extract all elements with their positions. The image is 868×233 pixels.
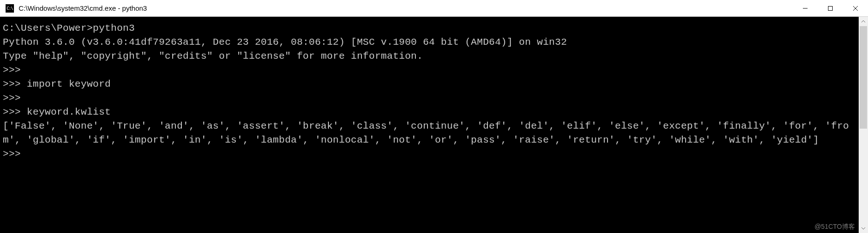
terminal-line: >>> [3, 149, 21, 159]
maximize-button[interactable] [818, 0, 843, 17]
scroll-down-button[interactable] [859, 224, 868, 233]
titlebar[interactable]: C:\ C:\Windows\system32\cmd.exe - python… [0, 0, 868, 17]
cmd-app-icon: C:\ [6, 4, 14, 13]
minimize-icon [802, 6, 808, 11]
terminal-line: >>> import keyword [3, 79, 111, 89]
scroll-up-button[interactable] [859, 17, 868, 26]
client-area: C:\Users\Power>python3 Python 3.6.0 (v3.… [0, 17, 868, 233]
vertical-scrollbar[interactable] [859, 17, 868, 233]
terminal-line: >>> [3, 93, 21, 103]
chevron-down-icon [861, 226, 866, 231]
scroll-thumb[interactable] [860, 26, 867, 129]
maximize-icon [828, 6, 833, 11]
svg-rect-1 [828, 6, 833, 10]
close-icon [853, 6, 858, 11]
terminal-line: >>> [3, 65, 21, 75]
window-title: C:\Windows\system32\cmd.exe - python3 [19, 4, 147, 12]
terminal-line: Python 3.6.0 (v3.6.0:41df79263a11, Dec 2… [3, 37, 567, 48]
terminal-line: Type "help", "copyright", "credits" or "… [3, 51, 423, 62]
terminal-line: C:\Users\Power>python3 [3, 23, 135, 34]
close-button[interactable] [843, 0, 868, 17]
terminal-line: >>> keyword.kwlist [3, 107, 111, 117]
chevron-up-icon [861, 19, 866, 24]
cmd-window: C:\ C:\Windows\system32\cmd.exe - python… [0, 0, 868, 233]
terminal-output[interactable]: C:\Users\Power>python3 Python 3.6.0 (v3.… [0, 17, 859, 233]
minimize-button[interactable] [793, 0, 818, 17]
terminal-line: ['False', 'None', 'True', 'and', 'as', '… [3, 121, 849, 145]
